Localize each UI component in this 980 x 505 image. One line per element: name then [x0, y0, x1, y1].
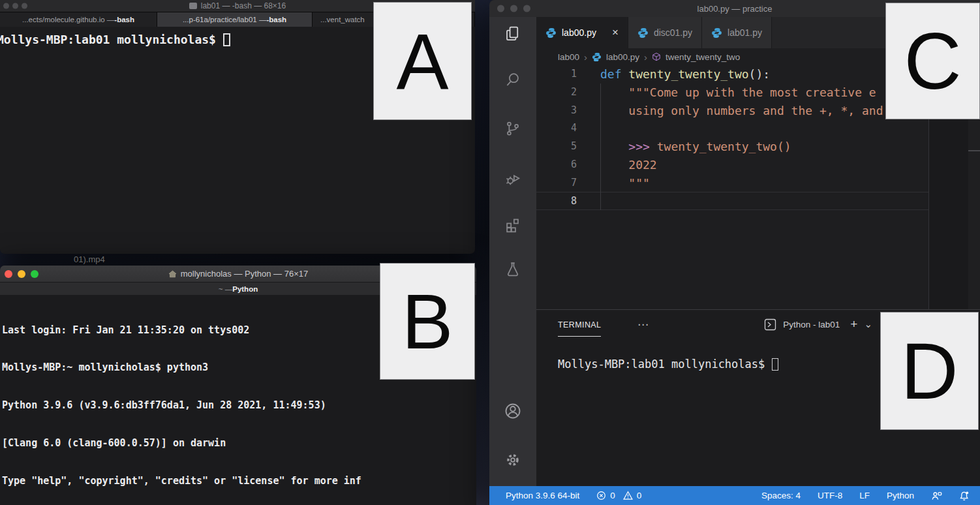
close-window-button[interactable]: [5, 270, 12, 278]
zoom-window-button[interactable]: [22, 3, 27, 9]
extensions-icon: [504, 216, 522, 234]
shell-prompt: Mollys-MBP:lab01 mollynicholas$: [0, 33, 223, 46]
minimize-window-button[interactable]: [510, 5, 517, 12]
tab-label: lab00.py: [562, 27, 596, 38]
tab-label-bold: -bash: [266, 16, 286, 23]
close-icon[interactable]: ×: [612, 26, 619, 39]
debug-icon: [504, 169, 522, 187]
window-proxy-icon: [189, 3, 197, 9]
annotation-letter: C: [904, 16, 961, 107]
annotation-label-a: A: [373, 2, 472, 120]
terminal-panel-controls: Python - lab01 + ⌄: [764, 317, 872, 331]
code-line: 1def twenty_twenty_two():: [536, 65, 928, 84]
terminal-tab-lab01[interactable]: ...p-61a/practice/lab01 — -bash: [157, 12, 313, 27]
feedback-icon[interactable]: [931, 491, 942, 501]
breadcrumb-folder[interactable]: lab00: [558, 52, 579, 62]
tab-lab01[interactable]: lab01.py: [702, 17, 772, 48]
vscode-window-title: lab00.py — practice: [697, 4, 773, 14]
desktop-file-label: 01).mp4: [74, 254, 105, 264]
breadcrumb-file[interactable]: lab00.py: [606, 52, 639, 62]
terminal-b-traffic-lights: [5, 270, 38, 278]
zoom-window-button[interactable]: [523, 5, 530, 12]
code-line-current: 8: [536, 192, 928, 210]
extensions-button[interactable]: [497, 212, 528, 238]
tab-label: disc01.py: [654, 27, 692, 38]
testing-button[interactable]: [497, 256, 528, 283]
search-button[interactable]: [497, 67, 528, 93]
integrated-terminal-prompt: Mollys-MBP:lab01 mollynicholas$: [558, 358, 778, 371]
language-mode-status[interactable]: Python: [887, 491, 914, 500]
line-number: 4: [536, 119, 600, 138]
source-control-icon: [504, 119, 522, 138]
line-number: 7: [536, 174, 600, 192]
zoom-window-button[interactable]: [31, 270, 38, 278]
more-actions-icon[interactable]: ⋯: [637, 318, 649, 331]
tab-label-bold: -bash: [114, 16, 134, 23]
annotation-label-b: B: [380, 263, 475, 380]
chevron-right-icon: ›: [584, 52, 587, 63]
close-window-button[interactable]: [3, 3, 9, 9]
minimize-window-button[interactable]: [12, 3, 18, 9]
settings-button[interactable]: [497, 447, 528, 473]
home-icon: [168, 270, 177, 278]
terminal-line: [Clang 6.0 (clang-600.0.57)] on darwin: [2, 437, 476, 450]
tab-disc01[interactable]: disc01.py: [628, 17, 702, 48]
beaker-icon: [504, 260, 522, 279]
terminal-a-title-text: lab01 — -bash — 68×16: [201, 1, 286, 10]
chevron-right-icon: ›: [644, 52, 647, 63]
close-window-button[interactable]: [497, 5, 504, 12]
python-file-icon: [545, 27, 557, 38]
terminal-a-title: lab01 — -bash — 68×16: [189, 1, 286, 10]
code-line: 4: [536, 119, 928, 138]
tab-label: ...ects/molecule.github.io —: [22, 16, 114, 23]
annotation-letter: A: [396, 16, 448, 106]
line-number: 6: [536, 156, 600, 174]
terminal-cursor: [772, 358, 778, 371]
terminal-a-traffic-lights: [3, 3, 27, 9]
tab-lab00[interactable]: lab00.py ×: [536, 17, 628, 48]
terminal-cursor: [223, 33, 230, 46]
python-version-status[interactable]: Python 3.9.6 64-bit: [506, 491, 579, 500]
python-file-icon: [711, 27, 722, 38]
explorer-button[interactable]: [497, 21, 528, 47]
terminal-b-title-text: mollynicholas — Python — 76×17: [181, 269, 308, 279]
terminal-panel-tab[interactable]: TERMINAL: [558, 320, 601, 337]
indent-guide: [600, 84, 601, 210]
encoding-status[interactable]: UTF-8: [818, 491, 842, 500]
terminal-session-label[interactable]: Python - lab01: [783, 320, 840, 329]
breadcrumb-symbol[interactable]: twenty_twenty_two: [666, 52, 740, 62]
error-count: 0: [610, 491, 615, 500]
source-control-button[interactable]: [497, 115, 528, 142]
warning-count: 0: [637, 491, 642, 500]
code-line: 6 2022: [536, 156, 928, 174]
eol-status[interactable]: LF: [859, 491, 870, 500]
tab-label-bold: Python: [232, 285, 258, 293]
tab-label: ...p-61a/practice/lab01 —: [183, 16, 267, 23]
files-icon: [504, 25, 522, 43]
terminal-tab-molecule[interactable]: ...ects/molecule.github.io — -bash: [0, 12, 157, 27]
tab-label: lab01.py: [727, 27, 762, 38]
python-file-icon: [592, 52, 602, 62]
search-icon: [504, 70, 522, 89]
status-bar: Python 3.9.6 64-bit 0 0 Spaces: 4 UTF-8 …: [489, 486, 980, 505]
activity-bar: [489, 17, 536, 486]
code-line: 5 >>> twenty_twenty_two(): [536, 138, 928, 156]
new-terminal-icon[interactable]: +: [850, 317, 857, 331]
line-number: 2: [536, 84, 600, 102]
terminal-b-title: mollynicholas — Python — 76×17: [168, 269, 308, 279]
warning-icon: [623, 491, 633, 500]
python-file-icon: [637, 27, 649, 38]
account-icon: [503, 401, 523, 421]
notifications-bell-icon[interactable]: [959, 491, 970, 501]
minimize-window-button[interactable]: [18, 270, 25, 278]
line-number: 3: [536, 102, 600, 120]
chevron-down-icon[interactable]: ⌄: [864, 318, 872, 330]
indentation-status[interactable]: Spaces: 4: [761, 491, 801, 500]
problems-status[interactable]: 0 0: [596, 491, 641, 500]
account-button[interactable]: [497, 398, 528, 424]
line-number: 8: [536, 192, 600, 209]
run-debug-button[interactable]: [497, 165, 528, 191]
tab-label: ...vent_watch: [320, 16, 365, 23]
code-area: 1def twenty_twenty_two(): 2 """Come up w…: [536, 65, 928, 210]
code-line: 3 using only numbers and the +, *, and: [536, 102, 928, 120]
